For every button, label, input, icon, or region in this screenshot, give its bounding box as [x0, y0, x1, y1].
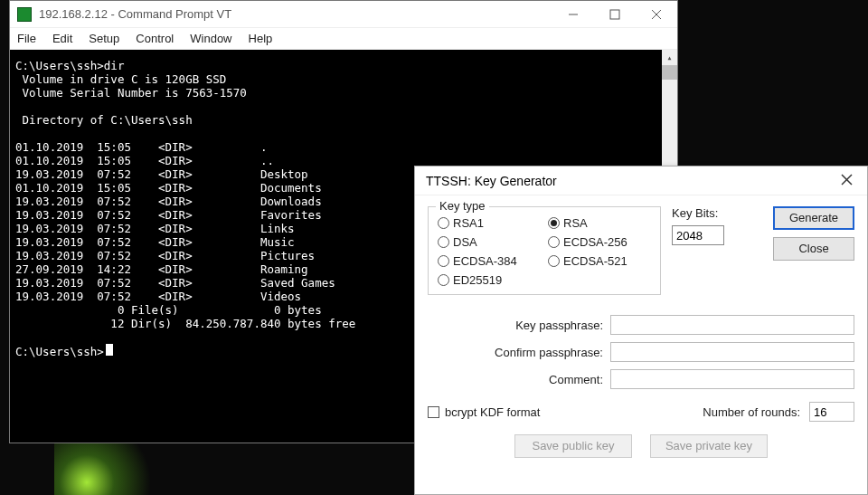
terminal-cursor	[106, 344, 113, 356]
key-type-legend: Key type	[436, 199, 489, 213]
passphrase-input[interactable]	[610, 315, 854, 335]
radio-label: RSA1	[453, 216, 484, 230]
scroll-thumb[interactable]	[662, 65, 677, 80]
app-icon	[17, 7, 32, 22]
save-private-key-button[interactable]: Save private key	[650, 434, 768, 458]
dialog-close-button[interactable]	[833, 174, 860, 188]
radio-ecdsa-521[interactable]: ECDSA-521	[548, 254, 651, 268]
terminal-titlebar[interactable]: 192.168.2.12 - Command Prompt VT	[10, 1, 677, 28]
scroll-up-arrow[interactable]: ▴	[662, 50, 677, 65]
minimize-button[interactable]	[552, 1, 594, 28]
radio-ecdsa-256[interactable]: ECDSA-256	[548, 235, 651, 249]
radio-dot-icon	[548, 217, 560, 229]
bcrypt-checkbox[interactable]: bcrypt KDF format	[428, 405, 540, 419]
menu-control[interactable]: Control	[136, 32, 174, 45]
key-bits-input[interactable]	[672, 225, 724, 245]
dialog-titlebar[interactable]: TTSSH: Key Generator	[415, 167, 867, 195]
maximize-button[interactable]	[594, 1, 636, 28]
radio-label: DSA	[453, 235, 477, 249]
confirm-passphrase-label: Confirm passphrase:	[454, 346, 603, 359]
key-type-group: Key type RSA1RSADSAECDSA-256ECDSA-384ECD…	[428, 206, 661, 295]
key-generator-dialog: TTSSH: Key Generator Key type RSA1RSADSA…	[414, 166, 868, 495]
radio-label: ED25519	[453, 273, 502, 287]
radio-dot-icon	[548, 236, 560, 248]
bcrypt-label: bcrypt KDF format	[445, 405, 540, 419]
menu-window[interactable]: Window	[190, 32, 231, 45]
rounds-label: Number of rounds:	[703, 405, 800, 419]
radio-dsa[interactable]: DSA	[438, 235, 541, 249]
radio-rsa[interactable]: RSA	[548, 216, 651, 230]
dialog-title: TTSSH: Key Generator	[426, 174, 833, 188]
window-title: 192.168.2.12 - Command Prompt VT	[39, 7, 552, 21]
radio-dot-icon	[438, 274, 449, 286]
close-button-dialog[interactable]: Close	[773, 237, 854, 261]
confirm-passphrase-input[interactable]	[610, 342, 854, 362]
rounds-input[interactable]	[809, 402, 854, 422]
menu-edit[interactable]: Edit	[52, 32, 72, 45]
checkbox-box	[428, 406, 439, 418]
radio-label: ECDSA-521	[563, 254, 627, 268]
radio-rsa1[interactable]: RSA1	[438, 216, 541, 230]
menu-file[interactable]: File	[17, 32, 36, 45]
passphrase-label: Key passphrase:	[454, 319, 603, 332]
save-public-key-button[interactable]: Save public key	[514, 434, 632, 458]
radio-dot-icon	[438, 255, 449, 267]
menu-setup[interactable]: Setup	[89, 32, 119, 45]
radio-dot-icon	[438, 236, 449, 248]
radio-label: ECDSA-384	[453, 254, 517, 268]
radio-label: ECDSA-256	[563, 235, 627, 249]
radio-dot-icon	[548, 255, 560, 267]
key-bits-field: Key Bits:	[672, 206, 744, 295]
svg-rect-1	[610, 10, 619, 19]
close-button[interactable]	[636, 1, 677, 28]
radio-label: RSA	[563, 216, 588, 230]
comment-label: Comment:	[454, 373, 603, 386]
menu-bar: File Edit Setup Control Window Help	[10, 28, 677, 50]
generate-button[interactable]: Generate	[773, 206, 854, 230]
key-bits-label: Key Bits:	[672, 206, 718, 220]
radio-ed25519[interactable]: ED25519	[438, 273, 541, 287]
radio-dot-icon	[438, 217, 449, 229]
radio-ecdsa-384[interactable]: ECDSA-384	[438, 254, 541, 268]
menu-help[interactable]: Help	[249, 32, 273, 45]
comment-input[interactable]	[610, 369, 854, 389]
